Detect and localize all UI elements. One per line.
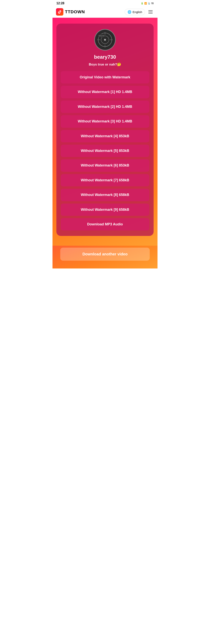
download-button-1[interactable]: Original Video with Watermark: [61, 71, 149, 84]
download-button-3[interactable]: Without Watermark [2] HD 1.4MB: [61, 100, 149, 113]
signal-icon: 📶: [144, 2, 147, 5]
svg-text:beary730: beary730: [99, 35, 104, 37]
download-button-2[interactable]: Without Watermark [1] HD 1.4MB: [61, 86, 149, 98]
download-button-8[interactable]: Without Watermark [7] 658kB: [61, 174, 149, 186]
brand: TTDOWN: [56, 8, 85, 16]
tiktok-logo-icon: [56, 8, 63, 16]
content-card: beary730 beary730 Boys true or nah?🤔 Ori…: [56, 24, 154, 236]
svg-point-3: [104, 39, 106, 41]
status-bar: 12:28 🔋 📶 📡 72: [52, 0, 158, 6]
download-button-6[interactable]: Without Watermark [5] 853kB: [61, 145, 149, 157]
download-button-10[interactable]: Without Watermark [9] 658kB: [61, 204, 149, 216]
download-another-button[interactable]: Download another video: [60, 248, 150, 261]
bottom-area: Download another video: [52, 246, 158, 268]
globe-icon: 🌐: [127, 10, 131, 14]
status-time: 12:28: [56, 2, 64, 5]
language-button[interactable]: 🌐 English: [125, 9, 145, 15]
menu-button[interactable]: [147, 8, 154, 16]
menu-line-3: [148, 13, 153, 14]
avatar: beary730: [94, 29, 116, 50]
navbar: TTDOWN 🌐 English: [52, 6, 158, 18]
battery-percent: 72: [151, 2, 154, 4]
brand-name: TTDOWN: [65, 9, 85, 14]
wifi-icon: 📡: [148, 2, 150, 5]
download-button-9[interactable]: Without Watermark [8] 658kB: [61, 189, 149, 201]
language-label: English: [133, 10, 142, 14]
download-button-7[interactable]: Without Watermark [6] 853kB: [61, 159, 149, 172]
main-background: beary730 beary730 Boys true or nah?🤔 Ori…: [52, 18, 158, 246]
status-icons: 🔋 📶 📡 72: [141, 2, 154, 5]
caption: Boys true or nah?🤔: [89, 62, 121, 66]
download-button-5[interactable]: Without Watermark [4] 853kB: [61, 130, 149, 142]
battery-icon: 🔋: [141, 2, 143, 5]
avatar-image: beary730: [95, 30, 115, 50]
download-button-4[interactable]: Without Watermark [3] HD 1.4MB: [61, 115, 149, 128]
menu-line-1: [148, 10, 153, 11]
menu-line-2: [148, 12, 153, 12]
download-buttons-list: Original Video with WatermarkWithout Wat…: [61, 71, 149, 230]
username: beary730: [94, 54, 116, 60]
download-button-11[interactable]: Download MP3 Audio: [61, 218, 149, 230]
navbar-right: 🌐 English: [125, 8, 154, 16]
